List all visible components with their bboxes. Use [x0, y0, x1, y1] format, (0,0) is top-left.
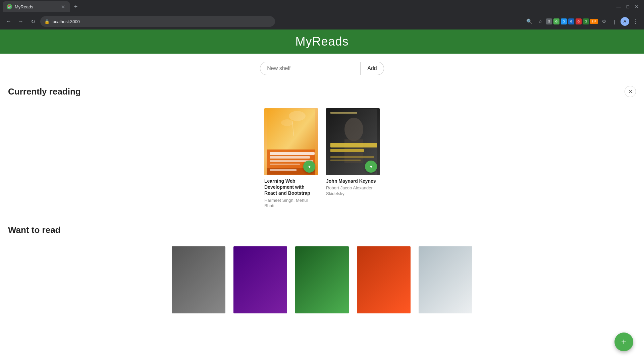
shelf-header-want-to-read: Want to read — [8, 225, 636, 238]
window-controls: — □ ✕ — [616, 4, 641, 9]
shelf-currently-reading: Currently reading ✕ — [0, 86, 644, 212]
fab-add-button[interactable]: + — [614, 333, 633, 351]
book-card-wtr-4[interactable] — [357, 246, 411, 316]
book-cover-wtr-5 — [419, 246, 472, 313]
extension-6-icon[interactable]: G — [583, 18, 589, 24]
address-bar: ← → ↻ 🔒 localhost:3000 🔍 ☆ G G G G G G Z… — [0, 13, 644, 29]
more-icon[interactable]: ⋮ — [631, 17, 640, 26]
shelf-want-to-read: Want to read — [0, 225, 644, 319]
shelf-header-currently-reading: Currently reading ✕ — [8, 86, 636, 100]
extension-2-icon[interactable]: G — [553, 18, 559, 24]
book-2-dropdown-button[interactable]: ▾ — [365, 161, 377, 173]
book-2-title: John Maynard Keynes — [326, 178, 380, 184]
settings-icon[interactable]: ⚙ — [599, 17, 608, 26]
svg-rect-5 — [270, 152, 315, 155]
svg-rect-18 — [330, 160, 361, 161]
tab-bar: 📚 MyReads ✕ + — □ ✕ — [0, 0, 644, 13]
lock-icon: 🔒 — [44, 19, 50, 24]
svg-rect-8 — [270, 164, 300, 165]
app-header: MyReads — [0, 29, 644, 54]
active-tab[interactable]: 📚 MyReads ✕ — [3, 1, 70, 12]
book-2-author: Robert Jacob Alexander Skidelsky — [326, 185, 380, 197]
shelf-title-currently-reading: Currently reading — [8, 86, 81, 97]
address-input-wrapper[interactable]: 🔒 localhost:3000 — [40, 16, 275, 27]
svg-rect-14 — [330, 112, 357, 114]
address-text: localhost:3000 — [52, 19, 271, 24]
back-button[interactable]: ← — [4, 17, 13, 26]
toolbar-icons: 🔍 ☆ G G G G G G ZIP ⚙ | A ⋮ — [525, 17, 640, 26]
extension-7-icon[interactable]: ZIP — [590, 19, 598, 24]
extension-4-icon[interactable]: G — [568, 18, 574, 24]
minimize-button[interactable]: — — [616, 4, 621, 9]
remove-shelf-currently-reading-button[interactable]: ✕ — [625, 86, 636, 97]
book-cover-wtr-3 — [295, 246, 349, 313]
svg-point-1 — [289, 111, 306, 121]
app-body: Add Currently reading ✕ — [0, 54, 644, 362]
book-1-author: Harmeet Singh, Mehul Bhatt — [264, 198, 318, 209]
book-cover-wtr-4 — [357, 246, 411, 313]
books-row-currently-reading: ▾ Learning Web Development with React an… — [8, 106, 636, 212]
book-card-wtr-1[interactable] — [172, 246, 225, 316]
book-cover-wtr-1 — [172, 246, 225, 313]
add-shelf-button[interactable]: Add — [361, 62, 384, 75]
new-tab-button[interactable]: + — [71, 2, 80, 11]
svg-point-12 — [344, 118, 363, 141]
book-card-wtr-2[interactable] — [233, 246, 287, 316]
tab-title: MyReads — [15, 4, 58, 9]
extension-5-icon[interactable]: G — [576, 18, 582, 24]
new-shelf-input[interactable] — [260, 62, 361, 75]
book-card-wtr-3[interactable] — [295, 246, 349, 316]
book-card-1[interactable]: ▾ Learning Web Development with React an… — [264, 108, 318, 209]
svg-rect-6 — [270, 156, 310, 159]
separator-icon: | — [610, 17, 619, 26]
book-1-title: Learning Web Development with React and … — [264, 178, 318, 196]
svg-rect-17 — [330, 156, 374, 158]
extension-1-icon[interactable]: G — [546, 18, 552, 24]
book-cover-wrapper-wtr-1 — [172, 246, 225, 313]
extension-3-icon[interactable]: G — [561, 18, 567, 24]
book-card-wtr-5[interactable] — [419, 246, 472, 316]
book-cover-wrapper-2: ▾ — [326, 108, 380, 175]
book-cover-wrapper-wtr-2 — [233, 246, 287, 313]
tab-favicon: 📚 — [7, 4, 12, 9]
svg-rect-15 — [330, 143, 377, 147]
tab-close-button[interactable]: ✕ — [60, 4, 66, 9]
bookmark-icon[interactable]: ☆ — [535, 17, 545, 26]
book-cover-wrapper-wtr-3 — [295, 246, 349, 313]
book-cover-wrapper-wtr-4 — [357, 246, 411, 313]
book-cover-wrapper-1: ▾ — [264, 108, 318, 175]
svg-point-3 — [281, 119, 293, 126]
search-icon[interactable]: 🔍 — [525, 17, 534, 26]
book-cover-wtr-2 — [233, 246, 287, 313]
shelf-title-want-to-read: Want to read — [8, 225, 60, 235]
browser-chrome: 📚 MyReads ✕ + — □ ✕ ← → ↻ 🔒 localhost:30… — [0, 0, 644, 29]
forward-button[interactable]: → — [16, 17, 25, 26]
svg-rect-16 — [330, 149, 364, 152]
svg-rect-10 — [270, 169, 297, 171]
app-title: MyReads — [295, 35, 348, 49]
profile-icon[interactable]: A — [621, 17, 629, 26]
book-card-2[interactable]: ▾ John Maynard Keynes Robert Jacob Alexa… — [326, 108, 380, 209]
book-cover-wrapper-wtr-5 — [419, 246, 472, 313]
book-1-dropdown-button[interactable]: ▾ — [303, 161, 315, 173]
maximize-button[interactable]: □ — [627, 4, 629, 9]
new-shelf-row: Add — [0, 62, 644, 75]
books-row-want-to-read — [8, 244, 636, 319]
refresh-button[interactable]: ↻ — [28, 17, 38, 26]
close-window-button[interactable]: ✕ — [635, 4, 639, 9]
